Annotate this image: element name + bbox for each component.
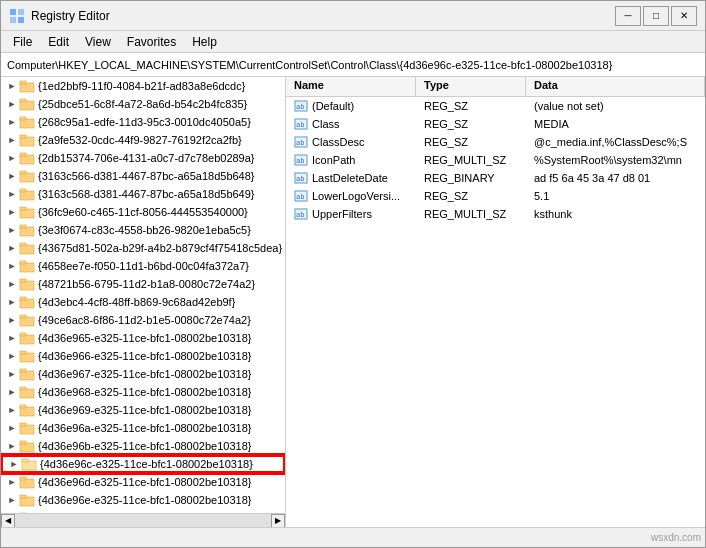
expand-arrow-icon: ► (5, 439, 19, 453)
svg-rect-29 (20, 297, 26, 300)
svg-text:ab: ab (296, 139, 304, 147)
svg-rect-36 (20, 371, 34, 380)
svg-rect-28 (20, 299, 34, 308)
reg-value-icon: ab (294, 136, 308, 148)
tree-item-label: {1ed2bbf9-11f0-4084-b21f-ad83a8e6dcdc} (38, 80, 245, 92)
expand-arrow-icon: ► (5, 493, 19, 507)
close-button[interactable]: ✕ (671, 6, 697, 26)
tree-item[interactable]: ► {43675d81-502a-b29f-a4b2-b879cf4f75418… (1, 239, 285, 257)
tree-item-label: {4d3ebc4-4cf8-48ff-b869-9c68ad42eb9f} (38, 296, 235, 308)
tree-item[interactable]: ► {3e3f0674-c83c-4558-bb26-9820e1eba5c5} (1, 221, 285, 239)
tree-item[interactable]: ► {4d36e96a-e325-11ce-bfc1-08002be10318} (1, 419, 285, 437)
folder-icon (19, 187, 35, 201)
svg-rect-40 (20, 407, 34, 416)
minimize-button[interactable]: ─ (615, 6, 641, 26)
maximize-button[interactable]: □ (643, 6, 669, 26)
reg-data-cell: (value not set) (526, 99, 705, 113)
tree-item[interactable]: ► {4658ee7e-f050-11d1-b6bd-00c04fa372a7} (1, 257, 285, 275)
registry-row[interactable]: ab IconPathREG_MULTI_SZ%SystemRoot%\syst… (286, 151, 705, 169)
tree-scroll[interactable]: ► {1ed2bbf9-11f0-4084-b21f-ad83a8e6dcdc}… (1, 77, 285, 513)
registry-row[interactable]: ab ClassDescREG_SZ@c_media.inf,%ClassDes… (286, 133, 705, 151)
tree-item-label: {4d36e96e-e325-11ce-bfc1-08002be10318} (38, 494, 251, 506)
tree-item[interactable]: ► {4d36e965-e325-11ce-bfc1-08002be10318} (1, 329, 285, 347)
tree-item[interactable]: ► {36fc9e60-c465-11cf-8056-444553540000} (1, 203, 285, 221)
folder-icon (19, 331, 35, 345)
svg-rect-30 (20, 317, 34, 326)
app-icon (9, 8, 25, 24)
reg-name-cell: ab ClassDesc (286, 135, 416, 149)
scroll-left-btn[interactable]: ◀ (1, 514, 15, 528)
tree-item[interactable]: ► {1ed2bbf9-11f0-4084-b21f-ad83a8e6dcdc} (1, 77, 285, 95)
reg-value-icon: ab (294, 118, 308, 130)
svg-rect-51 (20, 495, 26, 498)
menu-view[interactable]: View (77, 33, 119, 51)
menu-edit[interactable]: Edit (40, 33, 77, 51)
svg-rect-7 (20, 99, 26, 102)
reg-type-cell: REG_MULTI_SZ (416, 207, 526, 221)
registry-row[interactable]: ab UpperFiltersREG_MULTI_SZksthunk (286, 205, 705, 223)
reg-value-icon: ab (294, 172, 308, 184)
watermark: wsxdn.com (651, 532, 701, 543)
folder-icon (19, 259, 35, 273)
folder-icon (19, 295, 35, 309)
registry-row[interactable]: ab LastDeleteDateREG_BINARYad f5 6a 45 3… (286, 169, 705, 187)
folder-icon (19, 97, 35, 111)
reg-type-cell: REG_SZ (416, 135, 526, 149)
tree-item[interactable]: ► {4d36e96e-e325-11ce-bfc1-08002be10318} (1, 491, 285, 509)
tree-item-label: {49ce6ac8-6f86-11d2-b1e5-0080c72e74a2} (38, 314, 251, 326)
reg-type-cell: REG_SZ (416, 99, 526, 113)
reg-data-cell: ksthunk (526, 207, 705, 221)
svg-rect-45 (20, 441, 26, 444)
tree-item[interactable]: ► {4d3ebc4-4cf8-48ff-b869-9c68ad42eb9f} (1, 293, 285, 311)
folder-icon (19, 313, 35, 327)
tree-item[interactable]: ► {4d36e96c-e325-11ce-bfc1-08002be10318} (1, 455, 285, 473)
tree-item[interactable]: ► {4d36e969-e325-11ce-bfc1-08002be10318} (1, 401, 285, 419)
expand-arrow-icon: ► (5, 403, 19, 417)
tree-item-label: {4d36e967-e325-11ce-bfc1-08002be10318} (38, 368, 251, 380)
reg-name-cell: ab Class (286, 117, 416, 131)
tree-item[interactable]: ► {4d36e96b-e325-11ce-bfc1-08002be10318} (1, 437, 285, 455)
expand-arrow-icon: ► (5, 385, 19, 399)
registry-row[interactable]: ab ClassREG_SZMEDIA (286, 115, 705, 133)
horizontal-scrollbar[interactable]: ◀ ▶ (1, 513, 285, 527)
tree-item-label: {4658ee7e-f050-11d1-b6bd-00c04fa372a7} (38, 260, 249, 272)
tree-item[interactable]: ► {3163c568-d381-4467-87bc-a65a18d5b649} (1, 185, 285, 203)
registry-row[interactable]: ab (Default)REG_SZ(value not set) (286, 97, 705, 115)
expand-arrow-icon: ► (5, 277, 19, 291)
tree-item[interactable]: ► {4d36e968-e325-11ce-bfc1-08002be10318} (1, 383, 285, 401)
reg-value-icon: ab (294, 208, 308, 220)
tree-item-label: {3e3f0674-c83c-4558-bb26-9820e1eba5c5} (38, 224, 251, 236)
tree-item[interactable]: ► {2db15374-706e-4131-a0c7-d7c78eb0289a} (1, 149, 285, 167)
tree-item[interactable]: ► {48721b56-6795-11d2-b1a8-0080c72e74a2} (1, 275, 285, 293)
tree-item[interactable]: ► {4d36e96d-e325-11ce-bfc1-08002be10318} (1, 473, 285, 491)
menu-help[interactable]: Help (184, 33, 225, 51)
tree-item[interactable]: ► {49ce6ac8-6f86-11d2-b1e5-0080c72e74a2} (1, 311, 285, 329)
menu-file[interactable]: File (5, 33, 40, 51)
reg-name-text: Class (312, 118, 340, 130)
address-path[interactable]: Computer\HKEY_LOCAL_MACHINE\SYSTEM\Curre… (7, 59, 699, 71)
tree-item[interactable]: ► {2a9fe532-0cdc-44f9-9827-76192f2ca2fb} (1, 131, 285, 149)
left-pane: ► {1ed2bbf9-11f0-4084-b21f-ad83a8e6dcdc}… (1, 77, 286, 527)
folder-icon (19, 79, 35, 93)
scroll-right-btn[interactable]: ▶ (271, 514, 285, 528)
svg-rect-50 (20, 497, 34, 506)
svg-rect-44 (20, 443, 34, 452)
reg-data-cell: ad f5 6a 45 3a 47 d8 01 (526, 171, 705, 185)
tree-item[interactable]: ► {4d36e967-e325-11ce-bfc1-08002be10318} (1, 365, 285, 383)
tree-item[interactable]: ► {4d36e966-e325-11ce-bfc1-08002be10318} (1, 347, 285, 365)
svg-rect-22 (20, 245, 34, 254)
tree-item[interactable]: ► {268c95a1-edfe-11d3-95c3-0010dc4050a5} (1, 113, 285, 131)
folder-icon (19, 277, 35, 291)
tree-item[interactable]: ► {25dbce51-6c8f-4a72-8a6d-b54c2b4fc835} (1, 95, 285, 113)
menu-favorites[interactable]: Favorites (119, 33, 184, 51)
reg-data-cell: @c_media.inf,%ClassDesc%;S (526, 135, 705, 149)
scroll-track[interactable] (15, 514, 271, 528)
reg-data-cell: MEDIA (526, 117, 705, 131)
svg-rect-26 (20, 281, 34, 290)
registry-row[interactable]: ab LowerLogoVersi...REG_SZ5.1 (286, 187, 705, 205)
folder-icon (19, 223, 35, 237)
svg-text:ab: ab (296, 211, 304, 219)
tree-item[interactable]: ► {3163c566-d381-4467-87bc-a65a18d5b648} (1, 167, 285, 185)
column-headers: Name Type Data (286, 77, 705, 97)
registry-scroll[interactable]: ab (Default)REG_SZ(value not set) ab Cla… (286, 97, 705, 527)
